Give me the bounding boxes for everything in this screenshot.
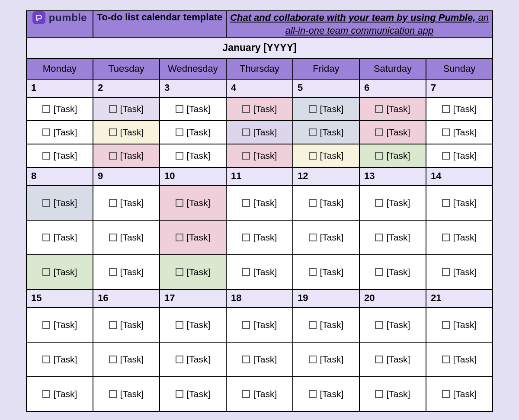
task-checkbox[interactable]	[109, 356, 117, 363]
task-cell[interactable]: [Task]	[426, 308, 493, 342]
task-checkbox[interactable]	[309, 356, 317, 363]
task-cell[interactable]: [Task]	[226, 186, 293, 220]
task-checkbox[interactable]	[242, 356, 250, 363]
task-checkbox[interactable]	[109, 268, 117, 276]
task-cell[interactable]: [Task]	[93, 144, 160, 167]
task-cell[interactable]: [Task]	[293, 220, 359, 255]
task-checkbox[interactable]	[242, 199, 250, 207]
task-checkbox[interactable]	[42, 152, 50, 160]
task-cell[interactable]: [Task]	[293, 121, 359, 144]
task-checkbox[interactable]	[242, 105, 250, 113]
task-checkbox[interactable]	[42, 105, 50, 113]
task-cell[interactable]: [Task]	[359, 342, 426, 377]
task-checkbox[interactable]	[42, 199, 50, 207]
task-cell[interactable]: [Task]	[226, 220, 293, 255]
task-cell[interactable]: [Task]	[293, 186, 359, 220]
task-checkbox[interactable]	[109, 105, 117, 113]
task-cell[interactable]: [Task]	[426, 97, 493, 121]
task-cell[interactable]: [Task]	[160, 308, 226, 342]
task-cell[interactable]: [Task]	[426, 144, 493, 167]
task-checkbox[interactable]	[242, 321, 250, 329]
task-cell[interactable]: [Task]	[426, 121, 493, 144]
task-cell[interactable]: [Task]	[160, 255, 226, 289]
task-checkbox[interactable]	[442, 234, 450, 241]
task-cell[interactable]: [Task]	[93, 377, 160, 411]
task-checkbox[interactable]	[176, 268, 183, 276]
task-checkbox[interactable]	[309, 390, 317, 398]
task-cell[interactable]: [Task]	[93, 97, 160, 121]
task-checkbox[interactable]	[176, 105, 183, 113]
task-checkbox[interactable]	[176, 390, 183, 398]
task-checkbox[interactable]	[42, 128, 50, 136]
promo-link[interactable]: Chat and collaborate with your team by u…	[230, 12, 475, 23]
task-cell[interactable]: [Task]	[293, 97, 359, 121]
task-checkbox[interactable]	[375, 152, 383, 160]
task-checkbox[interactable]	[375, 268, 383, 276]
task-cell[interactable]: [Task]	[293, 308, 359, 342]
task-cell[interactable]: [Task]	[293, 144, 359, 167]
task-checkbox[interactable]	[242, 390, 250, 398]
task-checkbox[interactable]	[442, 321, 450, 329]
task-cell[interactable]: [Task]	[293, 342, 359, 377]
task-checkbox[interactable]	[375, 234, 383, 241]
task-cell[interactable]: [Task]	[226, 97, 293, 121]
task-cell[interactable]: [Task]	[359, 144, 426, 167]
task-checkbox[interactable]	[42, 390, 50, 398]
task-checkbox[interactable]	[109, 234, 117, 241]
task-checkbox[interactable]	[375, 390, 383, 398]
task-checkbox[interactable]	[176, 128, 183, 136]
task-checkbox[interactable]	[42, 234, 50, 241]
task-cell[interactable]: [Task]	[160, 97, 226, 121]
task-checkbox[interactable]	[375, 199, 383, 207]
task-cell[interactable]: [Task]	[426, 220, 493, 255]
task-checkbox[interactable]	[176, 321, 183, 329]
task-cell[interactable]: [Task]	[293, 255, 359, 289]
task-cell[interactable]: [Task]	[160, 377, 226, 411]
task-cell[interactable]: [Task]	[359, 186, 426, 220]
task-cell[interactable]: [Task]	[226, 308, 293, 342]
task-cell[interactable]: [Task]	[26, 308, 93, 342]
task-checkbox[interactable]	[375, 105, 383, 113]
task-checkbox[interactable]	[176, 199, 183, 207]
task-checkbox[interactable]	[242, 128, 250, 136]
task-cell[interactable]: [Task]	[93, 220, 160, 255]
task-cell[interactable]: [Task]	[359, 220, 426, 255]
task-checkbox[interactable]	[109, 321, 117, 329]
task-cell[interactable]: [Task]	[160, 220, 226, 255]
task-checkbox[interactable]	[42, 356, 50, 363]
task-cell[interactable]: [Task]	[226, 342, 293, 377]
task-cell[interactable]: [Task]	[359, 97, 426, 121]
task-cell[interactable]: [Task]	[93, 342, 160, 377]
task-cell[interactable]: [Task]	[226, 121, 293, 144]
task-cell[interactable]: [Task]	[426, 186, 493, 220]
task-checkbox[interactable]	[109, 199, 117, 207]
task-cell[interactable]: [Task]	[93, 121, 160, 144]
task-checkbox[interactable]	[309, 105, 317, 113]
task-cell[interactable]: [Task]	[26, 377, 93, 411]
task-checkbox[interactable]	[442, 152, 450, 160]
task-cell[interactable]: [Task]	[26, 121, 93, 144]
task-checkbox[interactable]	[375, 356, 383, 363]
task-checkbox[interactable]	[309, 128, 317, 136]
task-cell[interactable]: [Task]	[93, 255, 160, 289]
task-checkbox[interactable]	[176, 234, 183, 241]
task-cell[interactable]: [Task]	[26, 220, 93, 255]
task-cell[interactable]: [Task]	[226, 144, 293, 167]
task-cell[interactable]: [Task]	[359, 377, 426, 411]
task-checkbox[interactable]	[375, 128, 383, 136]
task-checkbox[interactable]	[109, 390, 117, 398]
task-cell[interactable]: [Task]	[426, 342, 493, 377]
task-checkbox[interactable]	[42, 268, 50, 276]
task-checkbox[interactable]	[309, 234, 317, 241]
task-checkbox[interactable]	[109, 152, 117, 160]
task-checkbox[interactable]	[442, 199, 450, 207]
task-cell[interactable]: [Task]	[359, 255, 426, 289]
task-cell[interactable]: [Task]	[359, 308, 426, 342]
task-checkbox[interactable]	[309, 199, 317, 207]
task-cell[interactable]: [Task]	[93, 186, 160, 220]
task-cell[interactable]: [Task]	[426, 377, 493, 411]
task-checkbox[interactable]	[176, 152, 183, 160]
task-cell[interactable]: [Task]	[160, 121, 226, 144]
task-cell[interactable]: [Task]	[359, 121, 426, 144]
task-cell[interactable]: [Task]	[93, 308, 160, 342]
